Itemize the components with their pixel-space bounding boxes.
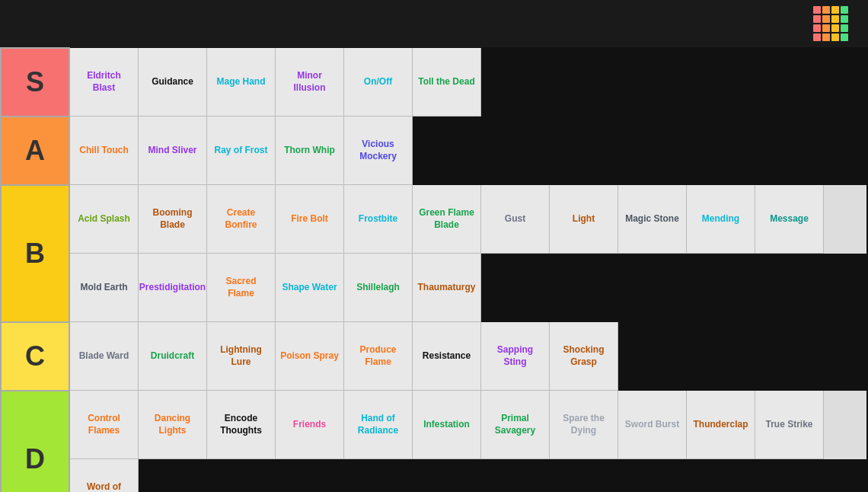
tier-item[interactable]: Mold Earth xyxy=(70,254,139,322)
tier-item[interactable]: Control Flames xyxy=(70,391,139,459)
tier-item[interactable]: Fire Bolt xyxy=(276,185,344,254)
tier-item[interactable]: Shocking Grasp xyxy=(550,322,618,391)
tier-item[interactable]: Blade Ward xyxy=(70,322,139,391)
tier-item[interactable]: On/Off xyxy=(344,48,413,117)
logo-pixel xyxy=(831,34,839,41)
black-fill xyxy=(139,459,867,492)
tier-item[interactable]: Sword Burst xyxy=(618,391,687,459)
tier-item[interactable]: Vicious Mockery xyxy=(344,117,413,185)
logo-pixel xyxy=(831,6,839,14)
tier-item[interactable]: Word of Radiance xyxy=(70,459,139,492)
tier-item[interactable]: Chill Touch xyxy=(70,117,139,185)
tier-item[interactable]: Light xyxy=(550,185,618,254)
tier-item[interactable]: Produce Flame xyxy=(344,322,413,391)
tier-label-s: S xyxy=(1,48,69,117)
tier-item[interactable]: Message xyxy=(755,185,824,254)
tier-item[interactable]: Acid Splash xyxy=(70,185,139,254)
tier-item[interactable]: Shape Water xyxy=(276,254,344,322)
tier-item[interactable]: Druidcraft xyxy=(139,322,207,391)
tier-item[interactable]: Primal Savagery xyxy=(481,391,550,459)
tier-item[interactable]: Eldritch Blast xyxy=(70,48,139,117)
tier-s-items: Eldritch BlastGuidanceMage HandMinor Ill… xyxy=(69,48,867,117)
tier-b1-items: Acid SplashBooming BladeCreate BonfireFi… xyxy=(69,185,867,254)
tier-a-items: Chill TouchMind SliverRay of FrostThorn … xyxy=(69,117,867,185)
tier-item[interactable]: Prestidigitation xyxy=(139,254,207,322)
logo-pixel xyxy=(841,24,848,32)
logo-pixel xyxy=(813,34,821,41)
tier-label-a: A xyxy=(1,117,69,185)
tier-item[interactable]: Booming Blade xyxy=(139,185,207,254)
tier-item[interactable]: Shillelagh xyxy=(344,254,413,322)
black-fill xyxy=(413,117,866,185)
tier-item[interactable]: Resistance xyxy=(413,322,481,391)
tier-item[interactable]: Thorn Whip xyxy=(276,117,344,185)
tier-item[interactable]: Thunderclap xyxy=(687,391,755,459)
tier-item[interactable]: Thaumaturgy xyxy=(413,254,481,322)
tier-d1-items: Control FlamesDancing LightsEncode Thoug… xyxy=(69,391,867,459)
tier-item[interactable]: Frostbite xyxy=(344,185,413,254)
logo-pixel xyxy=(841,34,848,41)
tier-item[interactable]: Poison Spray xyxy=(276,322,344,391)
tier-d2-items: Word of Radiance xyxy=(69,459,867,492)
logo-pixel xyxy=(841,15,848,23)
tier-b2-items: Mold EarthPrestidigitationSacred FlameSh… xyxy=(69,254,867,322)
tier-item[interactable]: Green Flame Blade xyxy=(413,185,481,254)
tier-item[interactable]: Magic Stone xyxy=(618,185,687,254)
black-fill xyxy=(481,254,866,322)
tier-item[interactable]: Dancing Lights xyxy=(139,391,207,459)
tier-label-c: C xyxy=(1,322,69,391)
tier-label-b: B xyxy=(1,185,69,322)
tier-item[interactable]: Mage Hand xyxy=(207,48,276,117)
tier-item[interactable]: Friends xyxy=(276,391,344,459)
tier-item[interactable]: Hand of Radiance xyxy=(344,391,413,459)
black-fill xyxy=(618,322,866,391)
black-fill xyxy=(481,48,866,117)
tiermaker-logo xyxy=(813,6,856,41)
tier-item[interactable]: Sacred Flame xyxy=(207,254,276,322)
tier-item[interactable]: Ray of Frost xyxy=(207,117,276,185)
logo-pixel xyxy=(831,24,839,32)
logo-pixel xyxy=(822,15,830,23)
tier-container: SEldritch BlastGuidanceMage HandMinor Il… xyxy=(0,47,868,492)
tier-item[interactable]: Minor Illusion xyxy=(276,48,344,117)
tier-item[interactable]: Toll the Dead xyxy=(413,48,481,117)
tier-item[interactable]: Infestation xyxy=(413,391,481,459)
tier-item[interactable]: Mind Sliver xyxy=(139,117,207,185)
tier-item[interactable]: Encode Thoughts xyxy=(207,391,276,459)
tier-item[interactable]: Sapping Sting xyxy=(481,322,550,391)
logo-pixel xyxy=(822,24,830,32)
logo-pixel xyxy=(822,34,830,41)
logo-grid xyxy=(813,6,848,41)
tier-label-d: D xyxy=(1,391,69,492)
logo-pixel xyxy=(813,15,821,23)
tier-item[interactable]: Guidance xyxy=(139,48,207,117)
logo-pixel xyxy=(841,6,848,14)
tier-item[interactable]: Gust xyxy=(481,185,550,254)
tier-table: SEldritch BlastGuidanceMage HandMinor Il… xyxy=(0,47,868,492)
tier-item[interactable]: True Strike xyxy=(755,391,824,459)
tier-c-items: Blade WardDruidcraftLightning LurePoison… xyxy=(69,322,867,391)
tier-item[interactable]: Create Bonfire xyxy=(207,185,276,254)
logo-pixel xyxy=(813,6,821,14)
header-row xyxy=(0,0,868,47)
tier-item[interactable]: Spare the Dying xyxy=(550,391,618,459)
tier-item[interactable]: Lightning Lure xyxy=(207,322,276,391)
logo-pixel xyxy=(822,6,830,14)
logo-pixel xyxy=(813,24,821,32)
logo-pixel xyxy=(831,15,839,23)
tier-item[interactable]: Mending xyxy=(687,185,755,254)
